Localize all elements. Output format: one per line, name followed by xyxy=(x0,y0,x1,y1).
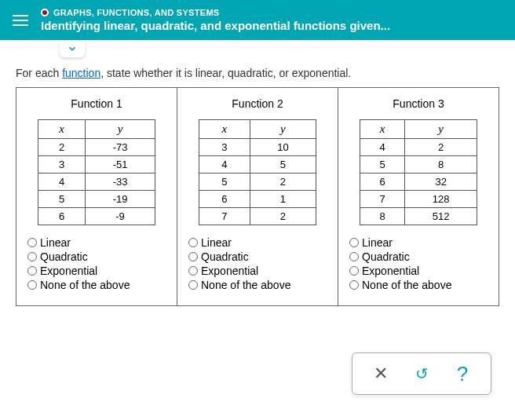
table-header-row: x y xyxy=(199,120,316,139)
table-row: 42 xyxy=(360,139,477,156)
function-link[interactable]: function xyxy=(62,67,100,79)
radio-icon xyxy=(188,238,198,247)
table-row: 632 xyxy=(360,173,477,191)
radio-icon xyxy=(188,280,198,290)
hamburger-menu-icon[interactable] xyxy=(13,15,28,26)
option-exponential[interactable]: Exponential xyxy=(188,265,327,277)
table-row: 52 xyxy=(199,173,316,191)
radio-icon xyxy=(27,266,37,276)
table-row: 3-51 xyxy=(38,156,155,173)
option-none[interactable]: None of the above xyxy=(27,279,166,291)
table-row: 5-19 xyxy=(38,191,155,208)
radio-icon xyxy=(349,238,359,247)
table-row: 4-33 xyxy=(38,173,155,191)
header-text: GRAPHS, FUNCTIONS, AND SYSTEMS Identifyi… xyxy=(41,8,502,32)
radio-icon xyxy=(349,266,359,276)
x-header: x xyxy=(360,120,405,139)
function-2-options: Linear Quadratic Exponential None of the… xyxy=(188,236,327,291)
option-exponential[interactable]: Exponential xyxy=(27,265,166,277)
function-3-title: Function 3 xyxy=(349,97,488,110)
table-header-row: x y xyxy=(38,120,155,139)
function-1-title: Function 1 xyxy=(27,97,166,110)
functions-panel: Function 1 x y 2-73 3-51 4-33 5-19 6-9 L… xyxy=(16,87,499,306)
y-header: y xyxy=(250,120,316,139)
table-header-row: x y xyxy=(360,120,477,139)
option-none[interactable]: None of the above xyxy=(349,279,488,291)
x-header: x xyxy=(38,120,86,139)
function-2-table: x y 310 45 52 61 72 xyxy=(199,119,316,225)
function-3-table: x y 42 58 632 7128 8512 xyxy=(360,119,477,225)
x-header: x xyxy=(199,120,250,139)
option-exponential[interactable]: Exponential xyxy=(349,265,488,277)
option-quadratic[interactable]: Quadratic xyxy=(349,250,488,263)
function-1-column: Function 1 x y 2-73 3-51 4-33 5-19 6-9 L… xyxy=(16,88,177,305)
table-row: 45 xyxy=(199,156,316,173)
table-row: 7128 xyxy=(360,191,477,208)
radio-icon xyxy=(188,252,198,261)
app-header: GRAPHS, FUNCTIONS, AND SYSTEMS Identifyi… xyxy=(0,0,515,40)
radio-icon xyxy=(188,266,198,276)
table-row: 8512 xyxy=(360,208,477,225)
option-quadratic[interactable]: Quadratic xyxy=(188,250,327,263)
y-header: y xyxy=(86,120,155,139)
option-linear[interactable]: Linear xyxy=(349,236,488,249)
option-linear[interactable]: Linear xyxy=(27,236,166,249)
question-prompt: For each function, state whether it is l… xyxy=(0,57,515,87)
radio-icon xyxy=(27,252,37,261)
table-row: 310 xyxy=(199,139,316,156)
chevron-down-icon xyxy=(67,43,78,54)
function-1-table: x y 2-73 3-51 4-33 5-19 6-9 xyxy=(38,119,155,225)
table-row: 58 xyxy=(360,156,477,173)
table-row: 61 xyxy=(199,191,316,208)
function-2-title: Function 2 xyxy=(188,97,327,110)
option-quadratic[interactable]: Quadratic xyxy=(27,250,166,263)
table-row: 6-9 xyxy=(38,208,155,225)
expand-dropdown-button[interactable] xyxy=(60,40,85,57)
option-linear[interactable]: Linear xyxy=(188,236,327,249)
option-none[interactable]: None of the above xyxy=(188,279,327,291)
table-row: 72 xyxy=(199,208,316,225)
function-3-options: Linear Quadratic Exponential None of the… xyxy=(349,236,488,291)
function-2-column: Function 2 x y 310 45 52 61 72 Linear Qu… xyxy=(177,88,338,305)
table-row: 2-73 xyxy=(38,139,155,156)
category-text: GRAPHS, FUNCTIONS, AND SYSTEMS xyxy=(53,8,220,17)
radio-icon xyxy=(349,252,359,261)
y-header: y xyxy=(405,120,477,139)
radio-icon xyxy=(349,280,359,290)
category-label: GRAPHS, FUNCTIONS, AND SYSTEMS xyxy=(41,8,502,17)
function-1-options: Linear Quadratic Exponential None of the… xyxy=(27,236,166,291)
radio-icon xyxy=(27,238,37,247)
page-title: Identifying linear, quadratic, and expon… xyxy=(41,19,502,32)
category-dot-icon xyxy=(41,9,49,16)
radio-icon xyxy=(27,280,37,290)
function-3-column: Function 3 x y 42 58 632 7128 8512 Linea… xyxy=(338,88,499,305)
